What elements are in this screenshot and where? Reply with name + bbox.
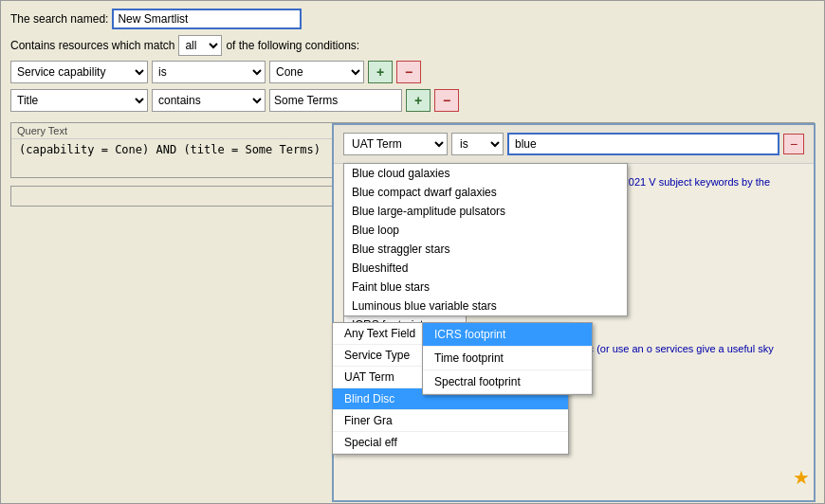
uat-suggestion-7[interactable]: Faint blue stars	[344, 278, 627, 297]
contains-label: Contains resources which match	[10, 39, 174, 52]
conditions-label: of the following conditions:	[226, 39, 359, 52]
contains-row: Contains resources which match all any o…	[1, 33, 824, 58]
operator-select-2[interactable]: is is not contains	[152, 89, 266, 112]
sub-dropdown-time[interactable]: Time footprint	[423, 347, 592, 370]
match-select[interactable]: all any	[178, 35, 222, 56]
uat-search-input[interactable]	[507, 133, 779, 155]
dropdown-item-special-eff[interactable]: Special eff	[333, 432, 568, 454]
uat-operator-select[interactable]: is is not contains	[451, 133, 504, 155]
search-named-row: The search named:	[1, 1, 824, 33]
operator-select-1[interactable]: is is not contains	[152, 61, 266, 83]
value-select-1[interactable]: Cone Simple Image Access TAP SIA2	[269, 61, 364, 83]
uat-suggestion-5[interactable]: Blue straggler stars	[344, 240, 627, 259]
uat-suggestion-6[interactable]: Blueshifted	[344, 259, 627, 278]
uat-suggestion-1[interactable]: Blue cloud galaxies	[344, 164, 627, 183]
sub-dropdown: ICRS footprint Time footprint Spectral f…	[422, 322, 593, 395]
field-select-1[interactable]: Service capability Title Any Text Field …	[10, 61, 148, 83]
search-named-label: The search named:	[10, 12, 108, 26]
uat-row: UAT Term Any Text Field Service Type is …	[334, 125, 814, 164]
uat-suggestion-8[interactable]: Luminous blue variable stars	[344, 297, 627, 315]
sub-dropdown-spectral[interactable]: Spectral footprint	[423, 370, 592, 394]
search-name-input[interactable]	[112, 9, 302, 29]
remove-uat-button[interactable]: −	[783, 134, 804, 154]
condition-row-1: Service capability Title Any Text Field …	[1, 58, 824, 86]
uat-suggestions-dropdown: Blue cloud galaxies Blue compact dwarf g…	[343, 163, 628, 316]
field-select-2[interactable]: Service capability Title Any Text Field …	[10, 89, 148, 112]
value-input-2[interactable]	[269, 89, 402, 112]
uat-suggestion-3[interactable]: Blue large-amplitude pulsators	[344, 202, 627, 221]
remove-condition-2-button[interactable]: −	[434, 89, 459, 112]
remove-condition-1-button[interactable]: −	[396, 61, 421, 83]
star-icon: ★	[793, 466, 810, 489]
dropdown-item-finer-gra[interactable]: Finer Gra	[333, 410, 568, 432]
uat-field-select[interactable]: UAT Term Any Text Field Service Type	[343, 133, 448, 155]
condition-row-2: Service capability Title Any Text Field …	[1, 86, 824, 115]
sub-dropdown-icrs[interactable]: ICRS footprint	[423, 323, 592, 347]
add-condition-1-button[interactable]: +	[368, 61, 393, 83]
uat-suggestion-4[interactable]: Blue loop	[344, 221, 627, 240]
add-condition-2-button[interactable]: +	[406, 89, 431, 112]
uat-suggestion-2[interactable]: Blue compact dwarf galaxies	[344, 183, 627, 202]
